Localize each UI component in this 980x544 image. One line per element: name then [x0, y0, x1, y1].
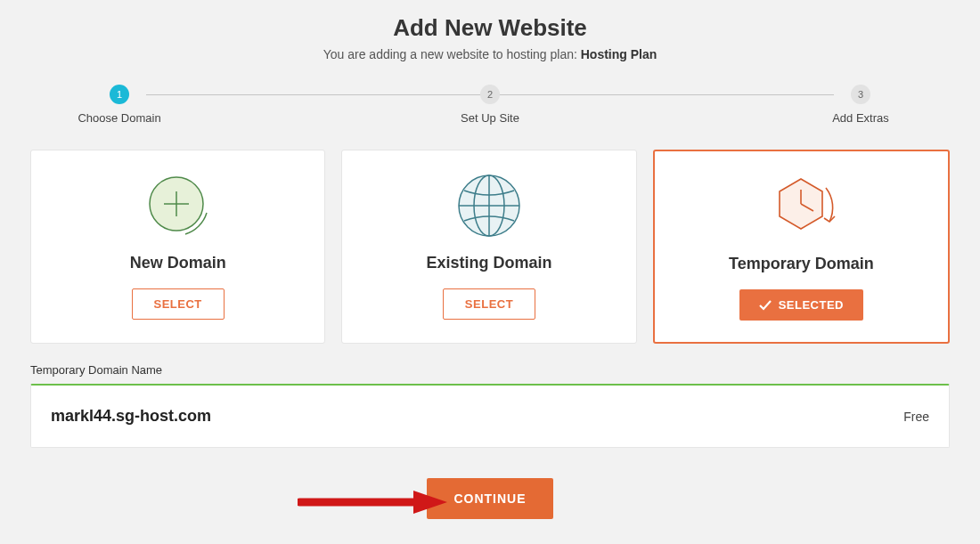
card-temporary-domain[interactable]: Temporary Domain SELECTED	[653, 150, 950, 344]
step-set-up-site[interactable]: 2 Set Up Site	[437, 85, 543, 125]
card-title: Existing Domain	[426, 254, 551, 272]
check-icon	[759, 300, 772, 311]
annotation-arrow-icon	[298, 489, 449, 516]
selected-label: SELECTED	[779, 298, 844, 312]
clock-icon	[764, 171, 838, 242]
step-add-extras[interactable]: 3 Add Extras	[807, 85, 914, 125]
selected-temporary-domain-button[interactable]: SELECTED	[739, 289, 863, 321]
card-title: New Domain	[130, 254, 226, 272]
plan-name: Hosting Plan	[581, 47, 657, 61]
step-bubble: 2	[480, 85, 500, 104]
page-title: Add New Website	[30, 14, 950, 42]
temp-domain-section-label: Temporary Domain Name	[30, 363, 950, 377]
subtitle-prefix: You are adding a new website to hosting …	[323, 47, 581, 61]
card-existing-domain[interactable]: Existing Domain SELECT	[341, 150, 636, 344]
plus-circle-icon	[143, 170, 214, 241]
step-label: Choose Domain	[78, 111, 160, 125]
temp-domain-price: Free	[903, 410, 929, 424]
card-new-domain[interactable]: New Domain SELECT	[30, 150, 325, 344]
step-label: Add Extras	[832, 111, 889, 125]
footer: CONTINUE	[30, 478, 950, 519]
page-subtitle: You are adding a new website to hosting …	[30, 47, 950, 61]
svg-marker-11	[413, 491, 447, 514]
stepper: 1 Choose Domain 2 Set Up Site 3 Add Extr…	[66, 85, 914, 125]
step-bubble: 3	[851, 85, 870, 104]
select-existing-domain-button[interactable]: SELECT	[443, 288, 535, 320]
step-label: Set Up Site	[461, 111, 519, 125]
temp-domain-value: markl44.sg-host.com	[51, 407, 211, 426]
globe-icon	[454, 170, 524, 241]
domain-option-cards: New Domain SELECT Existing Domain SELECT	[30, 150, 950, 344]
card-title: Temporary Domain	[729, 255, 874, 273]
step-choose-domain[interactable]: 1 Choose Domain	[66, 85, 173, 125]
temp-domain-box: markl44.sg-host.com Free	[30, 384, 950, 448]
step-bubble: 1	[110, 85, 129, 104]
select-new-domain-button[interactable]: SELECT	[132, 288, 225, 320]
